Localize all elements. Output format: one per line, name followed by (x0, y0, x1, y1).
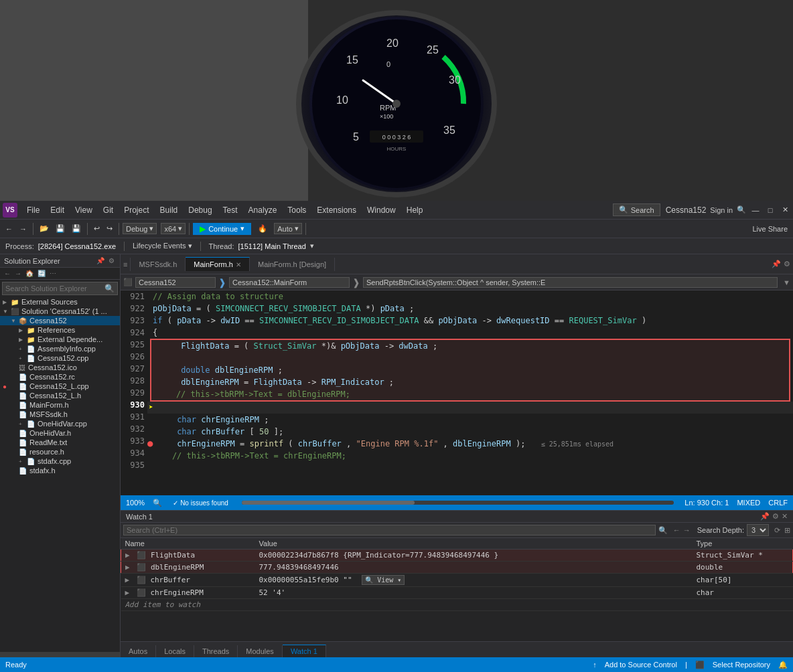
tree-cessna152[interactable]: ▼ 📦 Cessna152 (0, 316, 120, 325)
forward-btn[interactable]: → (17, 224, 29, 234)
tree-stdafxh[interactable]: 📄 stdafx.h (0, 466, 120, 475)
watch-add-row[interactable]: Add item to watch (121, 599, 793, 611)
tree-solution[interactable]: ▼ ⬛ Solution 'Cessna152' (1 ... (0, 307, 120, 316)
bottom-tab-autos[interactable]: Autos (121, 645, 156, 657)
open-btn[interactable]: 📂 (37, 223, 52, 234)
watch-add-item[interactable]: Add item to watch (121, 599, 793, 611)
menu-project[interactable]: Project (119, 204, 154, 216)
search-solution-box[interactable]: 🔍 (2, 282, 118, 295)
tab-mainformh[interactable]: MainForm.h ✕ (186, 257, 250, 271)
continue-button[interactable]: ▶ Continue ▾ (193, 223, 251, 235)
select-repo-label[interactable]: Select Repository (713, 661, 770, 669)
se-forward-icon[interactable]: → (13, 269, 23, 278)
search-depth-select[interactable]: 3 (747, 524, 769, 536)
bottom-tab-watch1[interactable]: Watch 1 (283, 645, 326, 657)
nav-dropdown1[interactable]: Cessna152 (135, 277, 216, 288)
tree-cessna152cpp[interactable]: + 📄 Cessna152.cpp (0, 353, 120, 363)
nav-collapse-icon[interactable]: ▼ (783, 278, 790, 286)
bottom-tab-threads[interactable]: Threads (194, 645, 238, 657)
bottom-tab-modules[interactable]: Modules (238, 645, 283, 657)
watch-nav-left[interactable]: ← (673, 526, 680, 534)
config-dropdown[interactable]: Debug ▾ (123, 223, 157, 234)
sign-in-btn[interactable]: Sign in (710, 206, 733, 214)
code-content[interactable]: // Assign data to structure pObjData = (… (147, 290, 793, 495)
se-sync-icon[interactable]: 🔄 (36, 269, 47, 278)
add-source-label[interactable]: Add to Source Control (605, 661, 677, 669)
se-back-icon[interactable]: ← (3, 269, 12, 278)
tree-cessna152lcpp[interactable]: ● 📄 Cessna152_L.cpp (0, 382, 120, 391)
menu-view[interactable]: View (70, 204, 98, 216)
maximize-button[interactable]: □ (765, 205, 776, 216)
tab-msfssdk[interactable]: MSFSsdk.h (131, 258, 186, 271)
nav-dropdown3[interactable]: SendRptsBtnClick(System::Object ^ sender… (363, 277, 778, 288)
tab-settings-icon[interactable]: ⚙ (784, 260, 790, 268)
tree-cessna152rc[interactable]: 📄 Cessna152.rc (0, 372, 120, 382)
close-button[interactable]: ✕ (780, 205, 790, 216)
menu-file[interactable]: File (21, 204, 45, 216)
watch-row-flightdata[interactable]: ▶ ⬛ FlightData 0x00002234d7b867f8 {RPM_I… (121, 550, 793, 562)
menu-search-box[interactable]: 🔍 Search (613, 203, 660, 216)
tree-onehidvarh[interactable]: 📄 OneHidVar.h (0, 428, 120, 438)
notification-icon[interactable]: 🔔 (778, 661, 788, 669)
menu-git[interactable]: Git (98, 204, 119, 216)
redo-btn[interactable]: ↪ (104, 223, 115, 234)
watch-pin-icon[interactable]: 📌 (760, 512, 770, 521)
code-editor[interactable]: 921 922 923 924 925 926 927 928 929 930 … (121, 290, 793, 495)
menu-test[interactable]: Test (218, 204, 243, 216)
expand-arrow-fd[interactable]: ▶ (125, 551, 130, 560)
watch-close-icon[interactable]: ✕ (782, 512, 788, 521)
expand-arrow-chrrpm[interactable]: ▶ (125, 588, 130, 597)
tree-cessna152lh[interactable]: 📄 Cessna152_L.h (0, 391, 120, 400)
tree-external-sources[interactable]: ▶ 📁 External Sources (0, 297, 120, 307)
tab-mainformh-design[interactable]: MainForm.h [Design] (250, 258, 335, 271)
tree-assemblyinfo[interactable]: + 📄 AssemblyInfo.cpp (0, 344, 120, 353)
menu-help[interactable]: Help (401, 204, 429, 216)
tree-ext-dep[interactable]: ▶ 📁 External Depende... (0, 335, 120, 344)
tab-mainformh-close[interactable]: ✕ (236, 261, 241, 268)
watch-row-dblenginerpm[interactable]: ▶ ⬛ dblEngineRPM 777.94839468497446 doub… (121, 562, 793, 574)
undo-btn[interactable]: ↩ (91, 223, 102, 234)
watch-expand-icon[interactable]: ⊞ (784, 526, 790, 535)
tree-mainformh[interactable]: 📄 MainForm.h (0, 400, 120, 410)
tree-cessna152ico[interactable]: 🖼 Cessna152.ico (0, 363, 120, 372)
se-home-icon[interactable]: 🏠 (24, 269, 35, 278)
watch-row-chrenginerpm[interactable]: ▶ ⬛ chrEngineRPM 52 '4' char (121, 587, 793, 599)
watch-search-input[interactable] (123, 525, 656, 535)
watch-refresh-icon[interactable]: ⟳ (774, 526, 780, 535)
nav-dropdown2[interactable]: Cessna152::MainForm (229, 277, 350, 288)
menu-extensions[interactable]: Extensions (311, 204, 362, 216)
se-more-icon[interactable]: ⋯ (48, 269, 58, 278)
watch-nav-right[interactable]: → (683, 526, 691, 534)
menu-debug[interactable]: Debug (183, 204, 217, 216)
menu-tools[interactable]: Tools (282, 204, 311, 216)
live-share-btn[interactable]: Live Share (749, 224, 790, 234)
tree-readmetxt[interactable]: 📄 ReadMe.txt (0, 438, 120, 447)
menu-window[interactable]: Window (362, 204, 401, 216)
save-all-btn[interactable]: 💾 (69, 223, 84, 234)
tab-pin-icon[interactable]: 📌 (772, 260, 781, 268)
watch-row-chrbuffer[interactable]: ▶ ⬛ chrBuffer 0x00000055a15fe9b0 "" 🔍 Vi… (121, 574, 793, 587)
watch-settings-icon[interactable]: ⚙ (772, 512, 779, 521)
auto-dropdown[interactable]: Auto ▾ (274, 223, 302, 234)
expand-icon[interactable]: ≡ (123, 260, 127, 268)
expand-arrow-chrbuf[interactable]: ▶ (125, 576, 130, 584)
tree-onehidvarcpp[interactable]: + 📄 OneHidVar.cpp (0, 419, 120, 428)
hot-reload-btn[interactable]: 🔥 (255, 223, 270, 234)
menu-edit[interactable]: Edit (45, 204, 70, 216)
panel-settings-icon[interactable]: ⚙ (107, 256, 116, 265)
expand-arrow-dbl[interactable]: ▶ (125, 563, 130, 572)
minimize-button[interactable]: — (750, 205, 761, 216)
bottom-tab-locals[interactable]: Locals (156, 645, 194, 657)
tree-references[interactable]: ▶ 📁 References (0, 325, 120, 335)
h-scrollbar[interactable] (242, 501, 674, 505)
h-scrollbar-thumb[interactable] (242, 501, 415, 505)
tree-resourceh[interactable]: 📄 resource.h (0, 447, 120, 456)
save-btn[interactable]: 💾 (53, 223, 68, 234)
tree-msfssdkh[interactable]: 📄 MSFSsdk.h (0, 410, 120, 419)
back-btn[interactable]: ← (3, 224, 15, 234)
platform-dropdown[interactable]: x64 ▾ (161, 223, 186, 234)
se-scrollbar[interactable] (0, 652, 120, 657)
menu-build[interactable]: Build (155, 204, 184, 216)
pin-icon[interactable]: 📌 (95, 256, 106, 265)
tree-stdafxcpp[interactable]: + 📄 stdafx.cpp (0, 456, 120, 466)
